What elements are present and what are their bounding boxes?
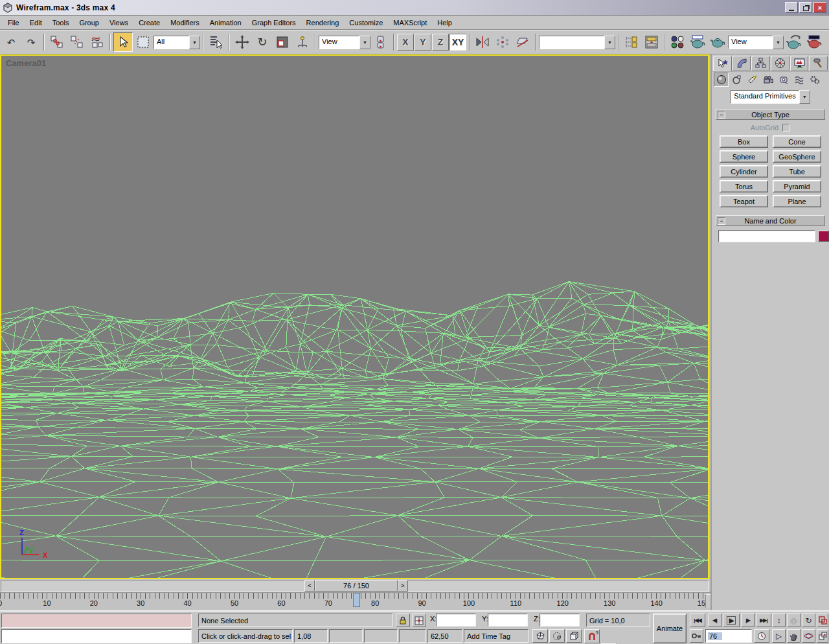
menu-views[interactable]: Views	[104, 17, 133, 29]
menu-tools[interactable]: Tools	[47, 17, 74, 29]
restore-button[interactable]	[799, 2, 812, 13]
time-slider[interactable]: < 76 / 150 >	[0, 579, 710, 592]
collapse-icon[interactable]: −	[718, 111, 725, 119]
mirror-button[interactable]	[473, 32, 492, 52]
tab-utilities[interactable]	[809, 56, 828, 71]
create-sphere-button[interactable]: Sphere	[720, 150, 768, 163]
select-and-scale-button[interactable]	[273, 32, 292, 52]
object-name-input[interactable]	[719, 231, 815, 243]
time-slider-handle[interactable]: 76 / 150	[315, 580, 398, 592]
array-button[interactable]	[493, 32, 512, 52]
category-helpers-button[interactable]	[776, 73, 791, 87]
select-and-link-button[interactable]	[47, 32, 67, 52]
z-coordinate-field[interactable]	[539, 614, 580, 627]
region-zoom-button[interactable]	[817, 614, 828, 627]
object-color-swatch[interactable]	[818, 231, 829, 242]
snap-toggle-cube-button[interactable]	[566, 629, 582, 643]
dolly-camera-button[interactable]: ↕	[772, 614, 786, 627]
add-time-tag[interactable]: Add Time Tag	[464, 629, 528, 643]
create-box-button[interactable]: Box	[720, 135, 768, 148]
menu-rendering[interactable]: Rendering	[301, 17, 345, 29]
viewport-label[interactable]: Camera01	[6, 58, 46, 68]
play-animation-button[interactable]: ▶	[723, 614, 740, 627]
snap-toggle-3d-button[interactable]	[532, 629, 548, 643]
previous-frame-arrow[interactable]: <	[304, 580, 315, 592]
truck-camera-button[interactable]	[787, 629, 801, 643]
open-track-view-button[interactable]	[622, 32, 641, 52]
selection-lock-toggle[interactable]	[396, 614, 410, 627]
x-coordinate-field[interactable]	[436, 614, 476, 627]
time-configuration-button[interactable]	[754, 629, 769, 643]
align-button[interactable]	[513, 32, 532, 52]
primitives-category-dropdown[interactable]: Standard Primitives ▼	[731, 90, 810, 104]
undo-button[interactable]: ↶	[1, 32, 21, 52]
select-and-rotate-button[interactable]: ↻	[253, 32, 272, 52]
next-frame-arrow[interactable]: >	[398, 580, 408, 592]
render-type-button[interactable]	[708, 32, 727, 52]
category-geometry-button[interactable]	[714, 73, 729, 87]
angle-snap-3-button[interactable]: 3	[584, 629, 600, 643]
go-to-start-button[interactable]: |◀◀	[690, 614, 705, 627]
create-geosphere-button[interactable]: GeoSphere	[773, 150, 821, 163]
category-systems-button[interactable]	[807, 73, 822, 87]
open-schematic-view-button[interactable]	[642, 32, 661, 52]
tab-motion[interactable]	[771, 56, 789, 71]
orbit-camera-button[interactable]	[802, 629, 815, 643]
animate-button[interactable]: Animate	[653, 614, 687, 643]
camera-viewport[interactable]: Camera01 Z X Y	[0, 54, 709, 579]
current-frame-field[interactable]: 76	[705, 629, 752, 643]
create-torus-button[interactable]: Torus	[720, 180, 768, 192]
category-spacewarps-button[interactable]	[791, 73, 806, 87]
chevron-down-icon[interactable]: ▼	[773, 36, 784, 49]
menu-help[interactable]: Help	[432, 17, 457, 29]
go-to-end-button[interactable]: ▶▶|	[756, 614, 771, 627]
menu-maxscript[interactable]: MAXScript	[388, 17, 432, 29]
select-and-manipulate-button[interactable]	[293, 32, 312, 52]
selection-filter-dropdown[interactable]: All ▼	[153, 36, 200, 49]
tab-display[interactable]	[790, 56, 809, 71]
reference-coordinate-dropdown[interactable]: View ▼	[319, 36, 370, 49]
create-plane-button[interactable]: Plane	[773, 195, 821, 207]
restrict-z-button[interactable]: Z	[432, 34, 449, 51]
create-cylinder-button[interactable]: Cylinder	[720, 165, 768, 178]
tab-create[interactable]	[713, 56, 732, 72]
rectangular-selection-region-button[interactable]	[133, 32, 153, 52]
track-bar[interactable]: 0102030405060708090100110120130140150	[0, 592, 710, 610]
next-frame-button[interactable]: |▶	[741, 614, 755, 627]
chevron-down-icon[interactable]: ▼	[359, 36, 370, 49]
menu-animation[interactable]: Animation	[205, 17, 247, 29]
menu-customize[interactable]: Customize	[344, 17, 388, 29]
minimize-button[interactable]	[785, 2, 798, 13]
chevron-down-icon[interactable]: ▼	[604, 36, 615, 49]
menu-file[interactable]: File	[3, 17, 25, 29]
create-teapot-button[interactable]: Teapot	[720, 195, 768, 207]
key-mode-toggle[interactable]	[690, 629, 703, 643]
maxscript-listener-pane[interactable]	[1, 629, 192, 643]
chevron-down-icon[interactable]: ▼	[189, 36, 200, 49]
menu-group[interactable]: Group	[74, 17, 104, 29]
category-lights-button[interactable]	[745, 73, 760, 87]
create-tube-button[interactable]: Tube	[773, 165, 821, 178]
bind-to-spacewarp-button[interactable]	[87, 32, 107, 52]
menu-graph-editors[interactable]: Graph Editors	[247, 17, 301, 29]
tab-hierarchy[interactable]	[751, 56, 770, 71]
redo-button[interactable]: ↷	[21, 32, 41, 52]
use-center-button[interactable]	[371, 32, 391, 52]
category-shapes-button[interactable]	[729, 73, 744, 87]
macro-recorder-pane[interactable]	[1, 614, 192, 628]
close-button[interactable]: ×	[813, 2, 826, 13]
material-editor-button[interactable]	[668, 32, 687, 52]
field-of-view-button[interactable]: ▷	[772, 629, 786, 643]
zoom-extents-all-button[interactable]: ◇	[787, 614, 801, 627]
render-last-button[interactable]	[804, 32, 824, 52]
roll-camera-button[interactable]: ↻	[802, 614, 815, 627]
chevron-down-icon[interactable]: ▼	[799, 90, 810, 104]
menu-edit[interactable]: Edit	[25, 17, 47, 29]
autogrid-checkbox[interactable]	[782, 124, 790, 132]
named-selection-sets-dropdown[interactable]: ▼	[539, 36, 615, 49]
restrict-y-button[interactable]: Y	[414, 34, 431, 51]
collapse-icon[interactable]: −	[718, 217, 725, 225]
absolute-offset-toggle[interactable]	[412, 614, 426, 627]
name-color-rollout-header[interactable]: − Name and Color	[716, 215, 825, 226]
menu-create[interactable]: Create	[133, 17, 165, 29]
